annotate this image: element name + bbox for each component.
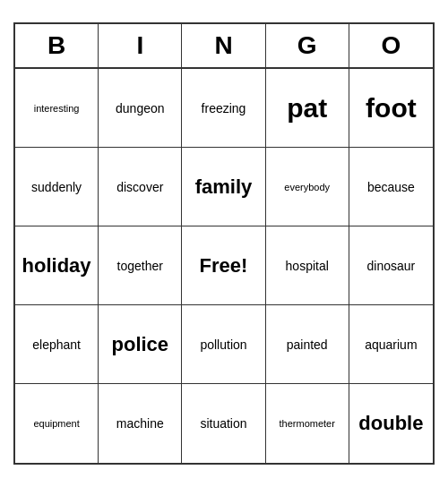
bingo-cell-4: foot: [349, 69, 433, 148]
bingo-cell-text-19: aquarium: [365, 337, 417, 352]
header-letter-b: B: [15, 24, 99, 67]
bingo-cell-0: interesting: [15, 69, 99, 148]
bingo-cell-text-24: double: [358, 412, 423, 435]
bingo-cell-text-18: painted: [287, 337, 328, 352]
bingo-cell-text-14: dinosaur: [367, 259, 416, 273]
bingo-cell-19: aquarium: [349, 305, 433, 384]
bingo-cell-text-1: dungeon: [116, 101, 165, 115]
bingo-grid: interestingdungeonfreezingpatfootsuddenl…: [15, 69, 433, 463]
bingo-cell-text-3: pat: [287, 93, 327, 124]
bingo-cell-text-17: pollution: [200, 337, 246, 352]
header-letter-g: G: [266, 24, 349, 67]
bingo-cell-text-21: machine: [116, 416, 164, 431]
bingo-cell-text-8: everybody: [284, 182, 330, 192]
bingo-cell-16: police: [99, 305, 182, 384]
bingo-cell-10: holiday: [15, 226, 99, 305]
header-letter-i: I: [99, 24, 182, 67]
bingo-cell-5: suddenly: [15, 148, 99, 226]
bingo-cell-22: situation: [182, 384, 265, 463]
bingo-cell-text-5: suddenly: [31, 180, 82, 194]
bingo-cell-12: Free!: [182, 226, 265, 305]
bingo-cell-17: pollution: [182, 305, 265, 384]
bingo-cell-text-7: family: [195, 175, 253, 199]
bingo-cell-9: because: [349, 148, 433, 226]
bingo-cell-text-9: because: [367, 180, 415, 194]
bingo-cell-2: freezing: [182, 69, 265, 148]
bingo-cell-1: dungeon: [99, 69, 182, 148]
bingo-cell-7: family: [182, 148, 265, 226]
bingo-cell-8: everybody: [266, 148, 349, 226]
bingo-header: BINGO: [15, 24, 433, 69]
bingo-cell-6: discover: [99, 148, 182, 226]
bingo-cell-text-0: interesting: [34, 103, 80, 114]
bingo-cell-text-10: holiday: [22, 254, 91, 278]
bingo-cell-text-13: hospital: [286, 259, 329, 273]
bingo-cell-3: pat: [266, 69, 349, 148]
bingo-cell-14: dinosaur: [349, 226, 433, 305]
bingo-cell-text-12: Free!: [200, 254, 248, 278]
bingo-cell-23: thermometer: [266, 384, 349, 463]
bingo-cell-text-15: elephant: [32, 337, 81, 352]
bingo-cell-24: double: [349, 384, 433, 463]
bingo-cell-21: machine: [99, 384, 182, 463]
bingo-cell-text-20: equipment: [33, 418, 79, 429]
bingo-cell-18: painted: [266, 305, 349, 384]
bingo-cell-text-11: together: [117, 259, 163, 273]
bingo-cell-11: together: [99, 226, 182, 305]
bingo-cell-text-6: discover: [116, 180, 163, 194]
header-letter-n: N: [182, 24, 265, 67]
bingo-cell-text-16: police: [112, 333, 169, 356]
bingo-cell-15: elephant: [15, 305, 99, 384]
bingo-cell-text-23: thermometer: [280, 418, 335, 429]
bingo-cell-20: equipment: [15, 384, 99, 463]
bingo-cell-text-4: foot: [366, 93, 417, 124]
bingo-cell-text-22: situation: [200, 416, 246, 431]
bingo-cell-text-2: freezing: [202, 101, 246, 115]
header-letter-o: O: [349, 24, 433, 67]
bingo-cell-13: hospital: [266, 226, 349, 305]
bingo-card: BINGO interestingdungeonfreezingpatfoots…: [13, 22, 435, 465]
